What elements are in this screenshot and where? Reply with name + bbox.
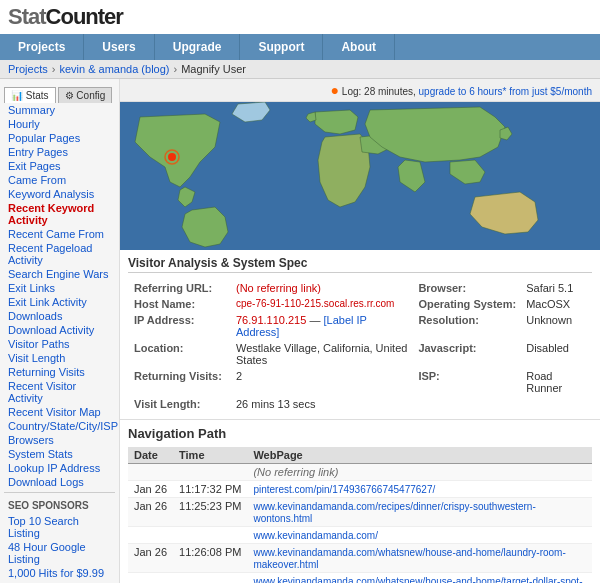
sidebar-recent-pageload[interactable]: Recent Pageload Activity — [0, 241, 119, 267]
seo-sponsors-label: SEO SPONSORS — [0, 497, 119, 514]
returning-value: 2 — [232, 369, 412, 395]
page-link[interactable]: pinterest.com/pin/174936766745477627/ — [253, 484, 435, 495]
ip-label: IP Address: — [130, 313, 230, 339]
breadcrumb-sep1: › — [52, 63, 56, 75]
analysis-row-ip: IP Address: 76.91.110.215 — [Label IP Ad… — [130, 313, 590, 339]
upgrade-link[interactable]: upgrade to 6 hours* from just $5/month — [419, 86, 592, 97]
table-row: (No referring link) — [128, 464, 592, 481]
browser-label: Browser: — [414, 281, 520, 295]
sidebar-recent-came[interactable]: Recent Came From — [0, 227, 119, 241]
page-link[interactable]: www.kevinandamanda.com/recipes/dinner/cr… — [253, 501, 535, 524]
analysis-row-host: Host Name: cpe-76-91-110-215.socal.res.r… — [130, 297, 590, 311]
resolution-value: Unknown — [522, 313, 590, 339]
ip-value-cell: 76.91.110.215 — [Label IP Address] — [232, 313, 412, 339]
nav-about[interactable]: About — [323, 34, 395, 60]
breadcrumb-blog[interactable]: kevin & amanda (blog) — [59, 63, 169, 75]
analysis-row-referring: Referring URL: (No referring link) Brows… — [130, 281, 590, 295]
sidebar-popular[interactable]: Popular Pages — [0, 131, 119, 145]
sidebar-1000hits[interactable]: 1,000 Hits for $9.99 — [0, 566, 119, 580]
visitor-analysis: Visitor Analysis & System Spec Referring… — [120, 250, 600, 420]
header: StatCounter — [0, 0, 600, 34]
row-date: Jan 26 — [128, 544, 173, 573]
sidebar-visit-length[interactable]: Visit Length — [0, 351, 119, 365]
table-row: www.kevinandamanda.com/ — [128, 527, 592, 544]
sidebar-browsers[interactable]: Browsers — [0, 433, 119, 447]
content: ● Log: 28 minutes, upgrade to 6 hours* f… — [120, 79, 600, 583]
sidebar-download-activity[interactable]: Download Activity — [0, 323, 119, 337]
nav-upgrade[interactable]: Upgrade — [155, 34, 241, 60]
sidebar-nav-links: Summary Hourly Popular Pages Entry Pages… — [0, 103, 119, 489]
visit-length-value: 26 mins 13 secs — [232, 397, 412, 411]
location-label: Location: — [130, 341, 230, 367]
sidebar-recent-keyword[interactable]: Recent Keyword Activity — [0, 201, 119, 227]
row-time — [173, 527, 247, 544]
nav-support[interactable]: Support — [240, 34, 323, 60]
sidebar-exit[interactable]: Exit Pages — [0, 159, 119, 173]
row-time — [173, 573, 247, 584]
sidebar-lookup[interactable]: Lookup IP Address — [0, 461, 119, 475]
visitor-analysis-title: Visitor Analysis & System Spec — [128, 256, 592, 273]
analysis-table: Referring URL: (No referring link) Brows… — [128, 279, 592, 413]
row-page: www.kevinandamanda.com/ — [247, 527, 592, 544]
table-row: Jan 2611:26:08 PMwww.kevinandamanda.com/… — [128, 544, 592, 573]
nav-projects[interactable]: Projects — [0, 34, 84, 60]
world-map-svg — [120, 102, 600, 250]
nav-path-table: Date Time WebPage (No referring link)Jan… — [128, 447, 592, 583]
sidebar-keyword[interactable]: Keyword Analysis — [0, 187, 119, 201]
sidebar-downloads[interactable]: Downloads — [0, 309, 119, 323]
sidebar-search-wars[interactable]: Search Engine Wars — [0, 267, 119, 281]
tab-stats[interactable]: 📊 Stats — [4, 87, 56, 103]
sidebar-returning[interactable]: Returning Visits — [0, 365, 119, 379]
sidebar-visitor-paths[interactable]: Visitor Paths — [0, 337, 119, 351]
page-link[interactable]: www.kevinandamanda.com/ — [253, 530, 378, 541]
javascript-value: Disabled — [522, 341, 590, 367]
sidebar-tabs: 📊 Stats ⚙ Config — [0, 83, 119, 103]
sidebar-summary[interactable]: Summary — [0, 103, 119, 117]
os-value: MacOSX — [522, 297, 590, 311]
analysis-row-visit-length: Visit Length: 26 mins 13 secs — [130, 397, 590, 411]
logo: StatCounter — [8, 4, 123, 30]
main-nav: Projects Users Upgrade Support About — [0, 34, 600, 60]
breadcrumb: Projects › kevin & amanda (blog) › Magni… — [0, 60, 600, 79]
analysis-row-returning: Returning Visits: 2 ISP: Road Runner — [130, 369, 590, 395]
os-label: Operating System: — [414, 297, 520, 311]
nav-users[interactable]: Users — [84, 34, 154, 60]
sidebar-system[interactable]: System Stats — [0, 447, 119, 461]
breadcrumb-projects[interactable]: Projects — [8, 63, 48, 75]
table-row: Jan 2611:17:32 PMpinterest.com/pin/17493… — [128, 481, 592, 498]
breadcrumb-sep2: › — [173, 63, 177, 75]
row-time: 11:26:08 PM — [173, 544, 247, 573]
location-value: Westlake Village, California, United Sta… — [232, 341, 412, 367]
visit-length-label: Visit Length: — [130, 397, 230, 411]
row-page: www.kevinandamanda.com/whatsnew/house-an… — [247, 544, 592, 573]
host-value: cpe-76-91-110-215.socal.res.rr.com — [232, 297, 412, 311]
log-bar: ● Log: 28 minutes, upgrade to 6 hours* f… — [120, 79, 600, 102]
row-date: Jan 26 — [128, 481, 173, 498]
log-text: Log: 28 minutes, — [342, 86, 419, 97]
tab-config[interactable]: ⚙ Config — [58, 87, 113, 103]
sidebar-recent-visitor[interactable]: Recent Visitor Activity — [0, 379, 119, 405]
sidebar-exit-links[interactable]: Exit Links — [0, 281, 119, 295]
sidebar-entry[interactable]: Entry Pages — [0, 145, 119, 159]
sidebar-hourly[interactable]: Hourly — [0, 117, 119, 131]
table-row: Jan 2611:25:23 PMwww.kevinandamanda.com/… — [128, 498, 592, 527]
row-date — [128, 573, 173, 584]
page-link[interactable]: www.kevinandamanda.com/whatsnew/house-an… — [253, 547, 565, 570]
row-date — [128, 464, 173, 481]
no-referring: (No referring link) — [253, 466, 338, 478]
sidebar-exit-link-activity[interactable]: Exit Link Activity — [0, 295, 119, 309]
row-page: (No referring link) — [247, 464, 592, 481]
sidebar-recent-map[interactable]: Recent Visitor Map — [0, 405, 119, 419]
row-page: pinterest.com/pin/174936766745477627/ — [247, 481, 592, 498]
page-link[interactable]: www.kevinandamanda.com/whatsnew/house-an… — [253, 576, 582, 583]
sidebar-divider1 — [4, 492, 115, 493]
row-time: 11:25:23 PM — [173, 498, 247, 527]
sidebar-download-logs[interactable]: Download Logs — [0, 475, 119, 489]
main-layout: 📊 Stats ⚙ Config Summary Hourly Popular … — [0, 79, 600, 583]
sidebar-top10[interactable]: Top 10 Search Listing — [0, 514, 119, 540]
logo-stat: Stat — [8, 4, 46, 29]
sidebar-came-from[interactable]: Came From — [0, 173, 119, 187]
sidebar-country[interactable]: Country/State/City/ISP — [0, 419, 119, 433]
breadcrumb-current: Magnify User — [181, 63, 246, 75]
sidebar-48hr[interactable]: 48 Hour Google Listing — [0, 540, 119, 566]
